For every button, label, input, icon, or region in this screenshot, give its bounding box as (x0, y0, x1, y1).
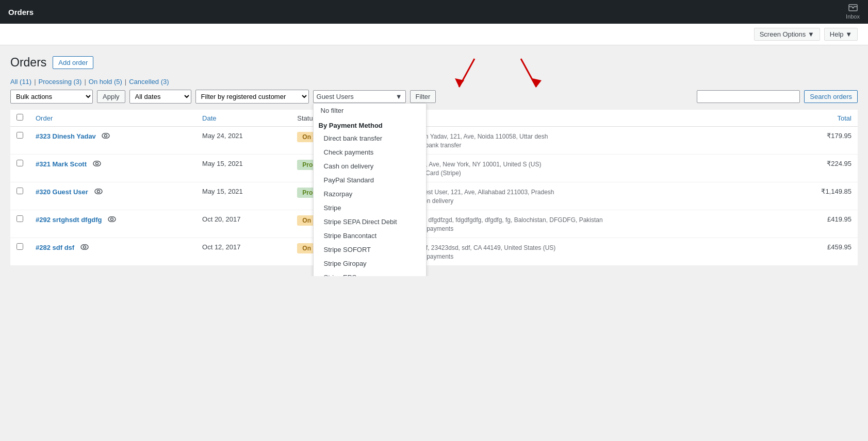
row-checkbox-2[interactable] (17, 188, 23, 194)
row-checkbox-cell (10, 127, 29, 155)
apply-button[interactable]: Apply (97, 90, 125, 103)
dropdown-payment-method-header: By Payment Method (314, 117, 426, 131)
row-date-cell: May 24, 2021 (196, 127, 291, 155)
search-orders-button[interactable]: Search orders (804, 90, 858, 103)
svg-point-9 (95, 189, 102, 194)
view-order-icon-0[interactable] (102, 132, 110, 140)
bulk-actions-select[interactable]: Bulk actions (10, 90, 93, 104)
table-header-date[interactable]: Date (196, 110, 291, 127)
svg-point-7 (93, 161, 101, 166)
dropdown-item-stripe-eps[interactable]: Stripe EPS (314, 270, 426, 276)
table-row: #282 sdf dsf Oct 12, 2017 On hold sdf ds… (10, 238, 858, 266)
view-order-icon-1[interactable] (93, 160, 101, 168)
table-header-billing[interactable]: Billing (391, 110, 781, 127)
filter-tab-processing[interactable]: Processing (3) (39, 78, 82, 86)
order-link-4[interactable]: #282 sdf dsf (36, 244, 74, 251)
select-all-checkbox[interactable] (17, 114, 23, 121)
help-button[interactable]: Help ▼ (824, 28, 858, 41)
svg-point-14 (83, 246, 86, 248)
row-checkbox-0[interactable] (17, 132, 23, 139)
row-total-cell: ₹179.95 (781, 127, 858, 155)
dropdown-item-razorpay[interactable]: Razorpay (314, 187, 426, 201)
dropdown-item-stripe-sepa[interactable]: Stripe SEPA Direct Debit (314, 215, 426, 229)
row-date-cell: May 15, 2021 (196, 155, 291, 182)
table-header-row: Order Date Status Billing Total (10, 110, 858, 127)
row-billing-cell: kul, Dinesh Yadav, 121, Ave, Noida 11005… (391, 127, 781, 155)
page-header: Orders Add order (10, 56, 858, 70)
row-order-cell: #292 srtghsdt dfgdfg (29, 210, 196, 238)
user-type-dropdown-menu: No filter By Payment Method Direct bank … (313, 103, 427, 276)
row-checkbox-cell (10, 155, 29, 182)
billing-address-3: sdt dfgdfg, dfgdfzgd, fdgdfgdfg, dfgdfg,… (398, 216, 603, 224)
view-order-icon-3[interactable] (108, 215, 116, 224)
row-total-cell: £419.95 (781, 210, 858, 238)
order-link-3[interactable]: #292 srtghsdt dfgdfg (36, 216, 102, 224)
row-total-cell: £459.95 (781, 238, 858, 266)
orders-table: Order Date Status Billing Total #323 Din… (10, 110, 858, 266)
search-orders-input[interactable] (697, 90, 800, 103)
dropdown-item-stripe-sofort[interactable]: Stripe SOFORT (314, 243, 426, 257)
table-header-total[interactable]: Total (781, 110, 858, 127)
row-order-cell: #320 Guest User (29, 182, 196, 210)
row-checkbox-4[interactable] (17, 243, 23, 250)
dropdown-item-stripe[interactable]: Stripe (314, 201, 426, 215)
svg-point-6 (105, 134, 107, 137)
admin-bar-right: Inbox (846, 4, 860, 20)
customer-filter-select[interactable]: Filter by registered customer (195, 90, 309, 104)
order-link-2[interactable]: #320 Guest User (36, 188, 88, 196)
filter-tab-on-hold[interactable]: On hold (5) (89, 78, 122, 86)
row-order-cell: #323 Dinesh Yadav (29, 127, 196, 155)
dropdown-no-filter[interactable]: No filter (314, 104, 426, 117)
page-title: Orders (10, 56, 46, 70)
row-total-cell: ₹1,149.85 (781, 182, 858, 210)
row-billing-cell: sdf dsf, dsf, 23423dsd, sdf, CA 44149, U… (391, 238, 781, 266)
row-checkbox-cell (10, 210, 29, 238)
filter-tab-cancelled[interactable]: Cancelled (3) (129, 78, 169, 86)
subheader: Screen Options ▼ Help ▼ (0, 24, 868, 45)
row-order-cell: #321 Mark Scott (29, 155, 196, 182)
table-row: #292 srtghsdt dfgdfg Oct 20, 2017 On hol… (10, 210, 858, 238)
row-checkbox-3[interactable] (17, 215, 23, 222)
inbox-icon[interactable]: Inbox (846, 4, 860, 20)
user-type-select-trigger[interactable]: Guest Users ▼ (313, 90, 406, 103)
row-total-cell: ₹224.95 (781, 155, 858, 182)
filter-tab-all[interactable]: All (11) (10, 78, 31, 86)
date-filter-select[interactable]: All dates (129, 90, 191, 104)
order-link-1[interactable]: #321 Mark Scott (36, 160, 87, 168)
row-date-cell: May 15, 2021 (196, 182, 291, 210)
dropdown-item-stripe-bancontact[interactable]: Stripe Bancontact (314, 229, 426, 243)
dropdown-item-cash-delivery[interactable]: Cash on delivery (314, 159, 426, 173)
svg-point-10 (97, 190, 100, 193)
row-date-cell: Oct 12, 2017 (196, 238, 291, 266)
dropdown-item-paypal[interactable]: PayPal Standard (314, 173, 426, 187)
row-checkbox-1[interactable] (17, 160, 23, 166)
admin-bar: Orders Inbox (0, 0, 868, 24)
row-order-cell: #282 sdf dsf (29, 238, 196, 266)
order-link-0[interactable]: #323 Dinesh Yadav (36, 132, 96, 140)
row-checkbox-cell (10, 182, 29, 210)
svg-point-8 (95, 162, 98, 165)
row-billing-cell: press, Guest User, 121, Ave, Allahabad 2… (391, 182, 781, 210)
select-all-checkbox-header[interactable] (10, 110, 29, 127)
svg-point-13 (81, 245, 88, 250)
main-content: Orders Add order All (11) | Processing (… (0, 45, 868, 276)
user-type-dropdown[interactable]: Guest Users ▼ No filter By Payment Metho… (313, 90, 406, 103)
dropdown-item-direct-bank[interactable]: Direct bank transfer (314, 131, 426, 145)
table-row: #323 Dinesh Yadav May 24, 2021 On hold k… (10, 127, 858, 155)
screen-options-button[interactable]: Screen Options ▼ (754, 28, 820, 41)
table-row: #321 Mark Scott May 15, 2021 Processing … (10, 155, 858, 182)
svg-point-5 (102, 133, 109, 139)
dropdown-item-check-payments[interactable]: Check payments (314, 145, 426, 159)
svg-point-12 (111, 218, 113, 220)
filter-button[interactable]: Filter (410, 90, 436, 103)
row-billing-cell: Scott, 122, Ave, New York, NY 10001, Uni… (391, 155, 781, 182)
admin-bar-title: Orders (8, 8, 34, 16)
dropdown-item-stripe-giropay[interactable]: Stripe Giropay (314, 257, 426, 270)
view-order-icon-2[interactable] (94, 188, 103, 196)
table-row: #320 Guest User May 15, 2021 Processing … (10, 182, 858, 210)
table-header-order[interactable]: Order (29, 110, 196, 127)
view-order-icon-4[interactable] (80, 243, 89, 251)
row-billing-cell: sdt dfgdfg, dfgdfzgd, fdgdfgdfg, dfgdfg,… (391, 210, 781, 238)
row-date-cell: Oct 20, 2017 (196, 210, 291, 238)
add-order-button[interactable]: Add order (53, 56, 93, 69)
